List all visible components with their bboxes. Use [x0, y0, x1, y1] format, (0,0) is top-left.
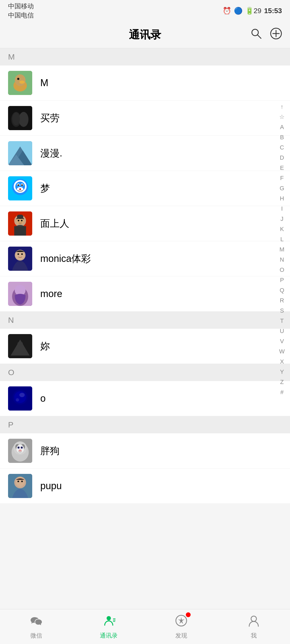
nav-me-label: 我: [251, 632, 257, 640]
svg-point-73: [251, 616, 256, 621]
alpha-star[interactable]: ☆: [277, 112, 287, 122]
alpha-n[interactable]: N: [277, 255, 287, 265]
time: 15:53: [264, 7, 282, 15]
section-header-m: M: [0, 48, 290, 65]
avatar-m5: [8, 211, 32, 236]
alpha-i[interactable]: I: [277, 204, 287, 214]
nav-weixin-label: 微信: [30, 632, 42, 640]
alpha-j[interactable]: J: [277, 214, 287, 224]
alpha-u[interactable]: U: [277, 326, 287, 336]
svg-rect-34: [17, 215, 23, 219]
alpha-p[interactable]: P: [277, 275, 287, 285]
alpha-o[interactable]: O: [277, 265, 287, 275]
contact-item-m2[interactable]: 买劳: [0, 101, 290, 136]
alpha-s[interactable]: S: [277, 306, 287, 316]
section-header-o: O: [0, 364, 290, 381]
alpha-x[interactable]: X: [277, 357, 287, 367]
alpha-k[interactable]: K: [277, 224, 287, 234]
contact-name-m1: M: [40, 77, 48, 89]
weixin-icon: [30, 614, 43, 630]
contact-item-n1[interactable]: 妳: [0, 329, 290, 364]
nav-discover[interactable]: 发现: [145, 614, 218, 640]
svg-point-48: [14, 391, 26, 403]
contact-item-p1[interactable]: 胖狗: [0, 433, 290, 469]
nav-me[interactable]: 我: [218, 614, 290, 640]
contact-item-m6[interactable]: monica体彩: [0, 241, 290, 276]
alpha-r[interactable]: R: [277, 296, 287, 305]
svg-point-32: [18, 220, 19, 221]
alpha-b[interactable]: B: [277, 133, 287, 142]
contact-item-m4[interactable]: 梦: [0, 171, 290, 206]
avatar-m7: [8, 282, 32, 306]
contact-item-m1[interactable]: M: [0, 65, 290, 101]
svg-point-50: [16, 398, 19, 401]
svg-point-56: [16, 445, 24, 453]
contact-name-m4: 梦: [40, 182, 50, 195]
avatar-o1: [8, 386, 32, 411]
status-bar: 中国移动 中国电信 ⏰ 🔵 🔋29 15:53: [0, 0, 290, 21]
alpha-q[interactable]: Q: [277, 286, 287, 295]
svg-point-27: [19, 188, 21, 190]
contact-name-m6: monica体彩: [40, 252, 91, 265]
alpha-hash[interactable]: #: [277, 387, 287, 397]
nav-contacts[interactable]: 通讯录: [73, 614, 145, 640]
carrier2: 中国电信: [8, 11, 34, 20]
nav-contacts-label: 通讯录: [100, 632, 118, 640]
avatar-n1: [8, 334, 32, 358]
alpha-m[interactable]: M: [277, 245, 287, 254]
svg-line-1: [258, 35, 261, 38]
nav-discover-label: 发现: [175, 632, 187, 640]
contact-item-o1[interactable]: o: [0, 381, 290, 416]
avatar-m3: [8, 141, 32, 165]
alpha-d[interactable]: D: [277, 153, 287, 163]
svg-point-8: [17, 78, 19, 80]
alarm-icon: ⏰: [223, 7, 231, 15]
alpha-top[interactable]: ↑: [277, 102, 287, 112]
alpha-a[interactable]: A: [277, 122, 287, 132]
avatar-p2: [8, 474, 32, 498]
alpha-z[interactable]: Z: [277, 377, 287, 387]
svg-marker-72: [178, 617, 184, 624]
discover-badge: [186, 612, 191, 617]
contact-name-m7: more: [40, 288, 62, 299]
nav-weixin[interactable]: 微信: [0, 614, 73, 640]
svg-point-7: [15, 74, 26, 86]
contact-item-m7[interactable]: more: [0, 276, 290, 312]
contact-name-o1: o: [40, 393, 46, 404]
svg-point-66: [21, 481, 23, 482]
alpha-h[interactable]: H: [277, 194, 287, 203]
status-right: ⏰ 🔵 🔋29 15:53: [223, 7, 282, 15]
section-header-p: P: [0, 416, 290, 433]
alphabet-index: ↑ ☆ A B C D E F G H I J K L M N O P Q R …: [277, 102, 287, 397]
avatar-m6: [8, 247, 32, 271]
svg-point-13: [12, 112, 20, 125]
alpha-e[interactable]: E: [277, 163, 287, 173]
contact-item-m3[interactable]: 漫漫.: [0, 136, 290, 171]
alpha-l[interactable]: L: [277, 235, 287, 244]
alpha-g[interactable]: G: [277, 184, 287, 193]
svg-point-12: [19, 112, 28, 127]
avatar-m4: [8, 176, 32, 200]
contacts-list: M M 买劳: [0, 48, 290, 539]
alpha-y[interactable]: Y: [277, 367, 287, 377]
svg-point-67: [107, 616, 111, 620]
contact-name-p1: 胖狗: [40, 444, 60, 458]
contact-item-m5[interactable]: 面上人: [0, 206, 290, 241]
alpha-t[interactable]: T: [277, 316, 287, 326]
svg-point-39: [21, 253, 23, 255]
alpha-f[interactable]: F: [277, 173, 287, 183]
add-contact-icon[interactable]: [270, 28, 282, 42]
svg-point-60: [21, 447, 22, 448]
svg-rect-30: [14, 226, 26, 236]
header: 通讯录: [0, 21, 290, 48]
contact-item-p2[interactable]: pupu: [0, 469, 290, 504]
search-icon[interactable]: [250, 28, 262, 42]
alpha-c[interactable]: C: [277, 143, 287, 152]
alpha-v[interactable]: V: [277, 336, 287, 346]
me-icon: [247, 614, 260, 630]
page-title: 通讯录: [129, 27, 161, 42]
svg-point-65: [17, 481, 19, 482]
alpha-w[interactable]: W: [277, 347, 287, 356]
svg-point-9: [19, 80, 25, 84]
svg-point-59: [18, 447, 19, 448]
